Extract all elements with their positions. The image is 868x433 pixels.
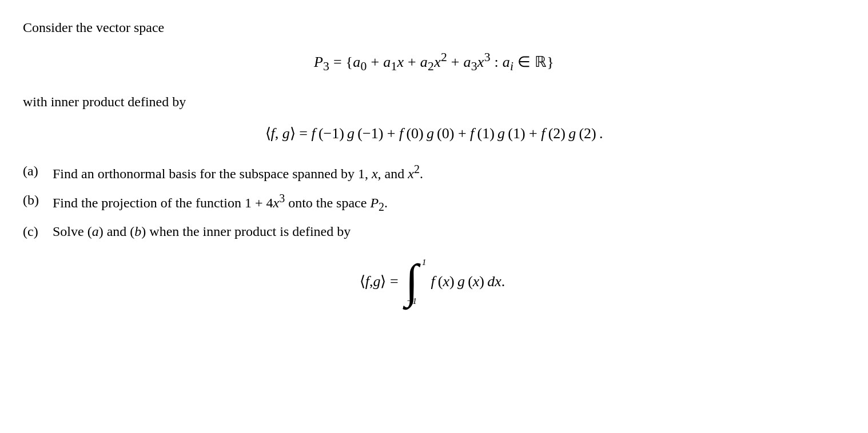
- page-content: Consider the vector space P3 = {a0 + a1x…: [23, 17, 845, 305]
- part-a: (a) Find an orthonormal basis for the su…: [23, 161, 845, 184]
- inner-product-formula: ⟨f, g⟩ = f (−1) g (−1) + f (0) g (0) + f…: [23, 122, 845, 145]
- part-b: (b) Find the projection of the function …: [23, 190, 845, 215]
- integral-formula: ⟨f, g⟩ = ∫ 1 −1 f (x) g (x) dx.: [23, 258, 845, 305]
- intro-text: Consider the vector space: [23, 17, 845, 38]
- part-b-label: (b): [23, 190, 43, 210]
- parts-list: (a) Find an orthonormal basis for the su…: [23, 161, 845, 242]
- p3-definition: P3 = {a0 + a1x + a2x2 + a3x3 : ai ∈ ℝ}: [23, 48, 845, 75]
- part-a-content: Find an orthonormal basis for the subspa…: [53, 161, 845, 184]
- part-c-label: (c): [23, 221, 43, 242]
- inner-product-intro: with inner product defined by: [23, 91, 845, 112]
- part-c: (c) Solve (a) and (b) when the inner pro…: [23, 221, 845, 242]
- part-a-label: (a): [23, 161, 43, 181]
- part-c-content: Solve (a) and (b) when the inner product…: [53, 221, 845, 242]
- part-b-content: Find the projection of the function 1 + …: [53, 190, 845, 215]
